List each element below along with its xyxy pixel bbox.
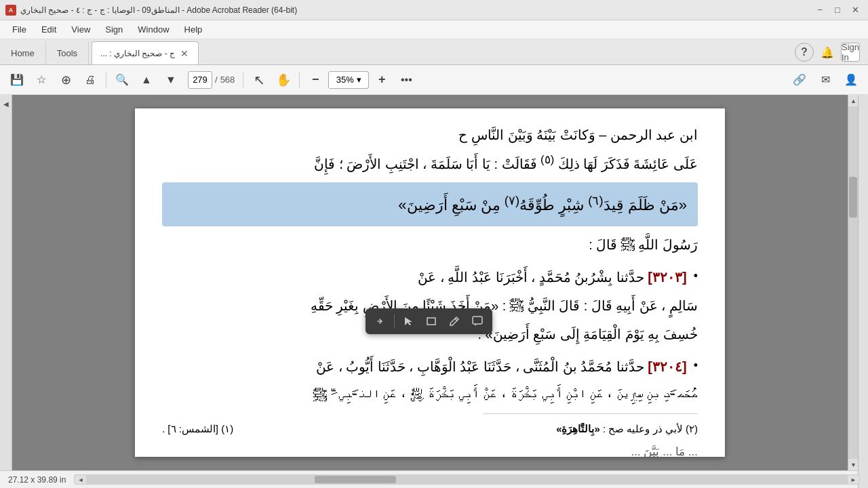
svg-marker-1 bbox=[474, 324, 476, 326]
scrollbar-thumb[interactable] bbox=[849, 177, 857, 218]
page-dimensions: 27.12 x 39.89 in bbox=[8, 475, 66, 485]
share-email-button[interactable]: ✉ bbox=[814, 68, 837, 92]
upload-button[interactable]: ⊕ bbox=[54, 68, 77, 92]
zoom-dropdown-icon: ▾ bbox=[357, 75, 361, 85]
line1-text: ابن عبد الرحمن – وَكانَتْ بَيْنَهُ وَبَي… bbox=[458, 127, 698, 142]
hadith-3203-line: • [٣٢٠٣] حدَّثنا بِشْرُبنُ مُحَمَّدٍ ، أ… bbox=[162, 264, 698, 290]
maximize-button[interactable]: □ bbox=[830, 3, 845, 18]
floating-annotation-toolbar bbox=[366, 308, 492, 334]
line6-text: خُسِفَ بِهِ يَوْمَ الْقِيَامَةِ إِلَى سَ… bbox=[477, 327, 698, 342]
menu-help[interactable]: Help bbox=[178, 22, 210, 37]
scroll-down-button[interactable]: ▼ bbox=[848, 459, 859, 470]
cursor-annotation-button[interactable] bbox=[397, 311, 419, 331]
zoom-in-button[interactable]: + bbox=[370, 68, 393, 92]
search-button[interactable]: 🔍 bbox=[111, 68, 134, 92]
statusbar: 27.12 x 39.89 in ◄ ► bbox=[0, 470, 868, 488]
window-controls[interactable]: − □ ✕ bbox=[812, 3, 863, 18]
left-panel-arrow[interactable]: ◀ bbox=[2, 98, 10, 110]
comment-annotation-button[interactable] bbox=[467, 311, 488, 331]
zoom-value: 35% bbox=[336, 75, 354, 85]
footnotes-row: (٢) لأبي ذر وعليه صح : «بِالتَّاهِرَةِ» … bbox=[162, 420, 698, 439]
print-button[interactable]: 🖨 bbox=[79, 68, 102, 92]
vertical-scrollbar[interactable]: ▲ ▼ bbox=[848, 95, 858, 470]
doc-tab-label: ... : ج - صحيح البخاري bbox=[100, 49, 175, 58]
svg-rect-0 bbox=[473, 317, 482, 324]
hand-tool-button[interactable]: ✋ bbox=[272, 68, 295, 92]
more-options-button[interactable]: ••• bbox=[395, 68, 418, 92]
menu-view[interactable]: View bbox=[64, 22, 97, 37]
page-input[interactable] bbox=[188, 71, 212, 89]
hadith-3203-text: [٣٢٠٣] حدَّثنا بِشْرُبنُ مُحَمَّدٍ ، أَخ… bbox=[418, 264, 686, 290]
titlebar: A المناطق09 - الوصايا : ج - ج : ٤ - صحيح… bbox=[0, 0, 868, 20]
highlighted-text: «مَنْ ظَلَمَ قِيدَ(٦) شِبْرٍ طُوِّقَهُ(٧… bbox=[173, 189, 687, 220]
document-tab[interactable]: ... : ج - صحيح البخاري ✕ bbox=[92, 41, 199, 64]
toolbar-separator-2 bbox=[243, 72, 243, 88]
hadith-3203-content: حدَّثنا بِشْرُبنُ مُحَمَّدٍ ، أَخْبَرَنَ… bbox=[418, 270, 644, 285]
notification-icon[interactable]: 🔔 bbox=[818, 43, 837, 62]
window-title: المناطق09 - الوصايا : ج - ج : ٤ - صحيح ا… bbox=[20, 5, 297, 15]
menu-edit[interactable]: Edit bbox=[35, 22, 63, 37]
text-line-4: رَسُولَ اللَّهِ ﷺ قَالَ : bbox=[162, 232, 698, 258]
hscroll-right-button[interactable]: ► bbox=[848, 474, 859, 485]
main-area: ◀ ابن عبد الرحمن – وَكانَتْ بَيْنَهُ وَب… bbox=[0, 95, 868, 470]
scroll-up-button[interactable]: ▲ bbox=[848, 95, 859, 106]
user-account-button[interactable]: 👤 bbox=[840, 68, 863, 92]
zoom-display[interactable]: 35% ▾ bbox=[328, 71, 369, 89]
zoom-out-button[interactable]: − bbox=[304, 68, 327, 92]
link-button[interactable]: 🔗 bbox=[788, 68, 811, 92]
hscrollbar-track[interactable] bbox=[86, 475, 848, 484]
close-button[interactable]: ✕ bbox=[848, 3, 863, 18]
rectangle-annotation-button[interactable] bbox=[420, 311, 442, 331]
hscrollbar-thumb[interactable] bbox=[315, 476, 396, 483]
footnote2-text: (٢) لأبي ذر وعليه صح : «بِالتَّاهِرَةِ» bbox=[556, 423, 698, 434]
hadith-3204-content: حدَّثنا مُحَمَّدُ بنُ الْمُثَنَّى ، حَدَ… bbox=[316, 359, 644, 374]
menu-sign[interactable]: Sign bbox=[98, 22, 130, 37]
line7-text: مُحَمَّدِ بنِ سِيرِينَ ، عَنِ ابْنِ أَبِ… bbox=[313, 388, 698, 403]
help-icon[interactable]: ? bbox=[795, 43, 814, 62]
footnote-left: (٢) لأبي ذر وعليه صح : «بِالتَّاهِرَةِ» bbox=[556, 420, 698, 439]
page-separator: / bbox=[215, 75, 218, 85]
toolbar: 💾 ☆ ⊕ 🖨 🔍 ▲ ▼ / 568 ↖ ✋ − 35% ▾ + ••• 🔗 … bbox=[0, 65, 868, 95]
toolbar-right: 🔗 ✉ 👤 bbox=[788, 68, 863, 92]
hadith-num-2: [٣٢٠٤] bbox=[648, 359, 686, 374]
toolbar-separator-1 bbox=[106, 72, 106, 88]
text-line-7: مُحَمَّدِ بنِ سِيرِينَ ، عَنِ ابْنِ أَبِ… bbox=[162, 382, 698, 408]
forward-annotation-button[interactable] bbox=[370, 311, 391, 331]
page-navigation: / 568 bbox=[188, 71, 235, 89]
next-page-button[interactable]: ▼ bbox=[159, 68, 182, 92]
text-line-1: ابن عبد الرحمن – وَكانَتْ بَيْنَهُ وَبَي… bbox=[162, 122, 698, 148]
prev-page-button[interactable]: ▲ bbox=[135, 68, 158, 92]
pencil-annotation-button[interactable] bbox=[443, 311, 465, 331]
menubar: File Edit View Sign Window Help bbox=[0, 20, 868, 39]
hscroll-left-button[interactable]: ◄ bbox=[75, 474, 86, 485]
tabbar-right: ? 🔔 Sign In bbox=[795, 43, 868, 64]
menu-window[interactable]: Window bbox=[131, 22, 176, 37]
horizontal-scrollbar[interactable]: ◄ ► bbox=[74, 474, 860, 485]
close-tab-button[interactable]: ✕ bbox=[179, 47, 190, 60]
app-icon: A bbox=[5, 5, 16, 16]
svg-rect-2 bbox=[427, 318, 435, 325]
footnote1-text: (١) [الشمس: ٦] . bbox=[162, 423, 233, 434]
toolbar-separator-3 bbox=[299, 72, 300, 88]
tools-tab[interactable]: Tools bbox=[46, 41, 89, 64]
home-tab[interactable]: Home bbox=[0, 41, 46, 64]
float-toolbar-separator bbox=[394, 314, 395, 328]
hadith-3204-text: [٣٢٠٤] حدَّثنا مُحَمَّدُ بنُ الْمُثَنَّى… bbox=[316, 354, 687, 380]
document-page: ابن عبد الرحمن – وَكانَتْ بَيْنَهُ وَبَي… bbox=[135, 108, 725, 457]
save-button[interactable]: 💾 bbox=[5, 68, 28, 92]
tabbar: Home Tools ... : ج - صحيح البخاري ✕ ? 🔔 … bbox=[0, 39, 868, 65]
minimize-button[interactable]: − bbox=[812, 3, 827, 18]
text-bottom-partial: ... مَا ... بَيَّنَ ... bbox=[162, 441, 698, 457]
page-container[interactable]: ابن عبد الرحمن – وَكانَتْ بَيْنَهُ وَبَي… bbox=[12, 95, 848, 470]
line4-text: رَسُولَ اللَّهِ ﷺ قَالَ : bbox=[589, 237, 698, 252]
cursor-tool-button[interactable]: ↖ bbox=[248, 68, 271, 92]
line2-text: عَلَى عَائِشَةَ فَذَكَرَ لَهَا ذلِكَ (٥)… bbox=[314, 157, 698, 171]
menu-file[interactable]: File bbox=[5, 22, 33, 37]
text-selection-box: «مَنْ ظَلَمَ قِيدَ(٦) شِبْرٍ طُوِّقَهُ(٧… bbox=[162, 182, 698, 226]
footnote-separator bbox=[484, 413, 698, 414]
bottom-text: ... مَا ... بَيَّنَ ... bbox=[631, 445, 698, 457]
left-panel: ◀ bbox=[0, 95, 12, 470]
bookmark-button[interactable]: ☆ bbox=[30, 68, 53, 92]
signin-button[interactable]: Sign In bbox=[841, 43, 860, 62]
scrollbar-track[interactable] bbox=[848, 106, 858, 459]
